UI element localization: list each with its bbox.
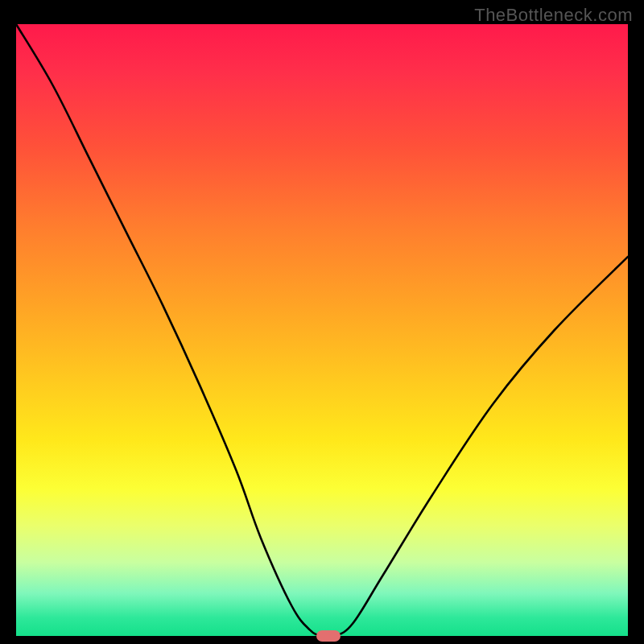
chart-frame: TheBottleneck.com: [0, 0, 644, 644]
optimum-marker: [316, 630, 341, 642]
bottleneck-curve: [16, 24, 628, 638]
watermark-text: TheBottleneck.com: [474, 5, 633, 26]
plot-area: [16, 24, 628, 636]
curve-svg: [16, 24, 628, 636]
